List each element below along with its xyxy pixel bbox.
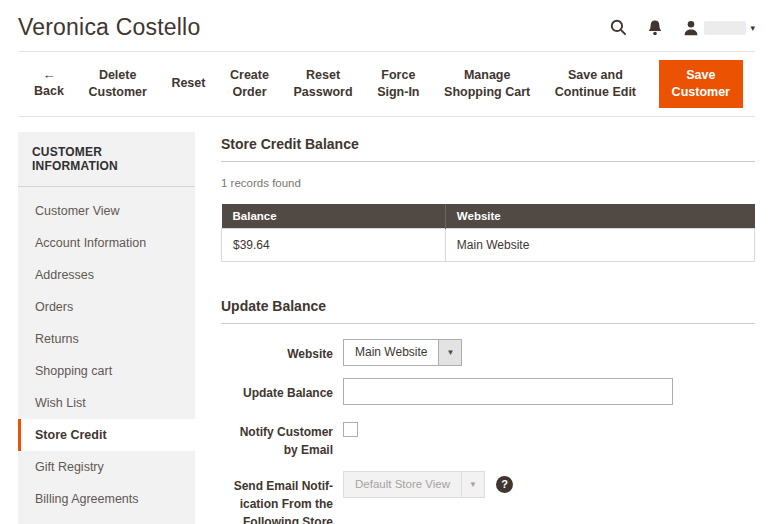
header-actions: ▾ bbox=[609, 18, 755, 37]
table-row: $39.64 Main Website bbox=[222, 228, 755, 261]
sidebar-item-customer-view[interactable]: Customer View bbox=[18, 195, 195, 227]
website-label: Website bbox=[221, 339, 333, 363]
sidebar-item-shopping-cart[interactable]: Shopping cart bbox=[18, 355, 195, 387]
website-cell: Main Website bbox=[445, 228, 754, 261]
update-balance-field-row: Update Balance bbox=[221, 378, 755, 405]
back-button[interactable]: ←Back bbox=[32, 64, 66, 103]
store-view-select-value: Default Store View bbox=[344, 472, 461, 497]
back-arrow-icon: ← bbox=[34, 68, 64, 82]
search-icon[interactable] bbox=[609, 18, 628, 37]
delete-customer-button[interactable]: Delete Customer bbox=[86, 63, 148, 105]
main: Store Credit Balance 1 records found Bal… bbox=[221, 132, 755, 524]
sidebar-item-gift-registry[interactable]: Gift Registry bbox=[18, 451, 195, 483]
sidebar-item-newsletter[interactable]: Newsletter bbox=[18, 515, 195, 524]
sidebar-item-store-credit[interactable]: Store Credit bbox=[18, 419, 195, 451]
sidebar-item-account-information[interactable]: Account Information bbox=[18, 227, 195, 259]
balance-table: Balance Website $39.64 Main Website bbox=[221, 204, 755, 262]
notify-field-row: Notify Customer by Email bbox=[221, 417, 755, 459]
website-select-value: Main Website bbox=[344, 340, 438, 365]
manage-shopping-cart-button[interactable]: Manage Shopping Cart bbox=[442, 63, 532, 105]
save-and-continue-edit-button[interactable]: Save and Continue Edit bbox=[553, 63, 638, 105]
update-balance-title: Update Balance bbox=[221, 298, 755, 314]
help-icon[interactable]: ? bbox=[496, 476, 513, 493]
sidebar-item-wish-list[interactable]: Wish List bbox=[18, 387, 195, 419]
update-balance-label: Update Balance bbox=[221, 378, 333, 402]
divider bbox=[221, 161, 755, 162]
divider bbox=[221, 323, 755, 324]
account-menu[interactable]: ▾ bbox=[682, 19, 755, 37]
save-customer-button[interactable]: Save Customer bbox=[659, 60, 743, 108]
notifications-bell-icon[interactable] bbox=[646, 19, 664, 37]
page-header: Veronica Costello ▾ bbox=[18, 0, 755, 51]
reset-password-button[interactable]: Reset Password bbox=[292, 63, 355, 105]
sidebar-item-orders[interactable]: Orders bbox=[18, 291, 195, 323]
store-view-select: Default Store View ▼ bbox=[343, 471, 485, 498]
records-found: 1 records found bbox=[221, 177, 755, 189]
force-sign-in-button[interactable]: Force Sign-In bbox=[375, 63, 421, 105]
chevron-down-icon: ▾ bbox=[750, 23, 755, 33]
sidebar-heading: CUSTOMER INFORMATION bbox=[18, 132, 195, 187]
balance-cell: $39.64 bbox=[222, 228, 446, 261]
user-icon bbox=[682, 19, 700, 37]
update-balance-section: Update Balance Website Main Website ▼ Up… bbox=[221, 298, 755, 524]
update-balance-input[interactable] bbox=[343, 378, 673, 405]
toolbar: ←Back Delete Customer Reset Create Order… bbox=[18, 51, 755, 117]
send-email-field-row: Send Email Notif- ication From the Follo… bbox=[221, 471, 755, 524]
chevron-down-icon: ▼ bbox=[438, 340, 461, 365]
username-redacted bbox=[704, 21, 746, 35]
sidebar-item-billing-agreements[interactable]: Billing Agreements bbox=[18, 483, 195, 515]
column-header-website: Website bbox=[445, 204, 754, 229]
create-order-button[interactable]: Create Order bbox=[228, 63, 271, 105]
store-credit-balance-title: Store Credit Balance bbox=[221, 136, 755, 152]
page: Veronica Costello ▾ bbox=[0, 0, 768, 524]
sidebar-list: Customer View Account Information Addres… bbox=[18, 187, 195, 524]
website-select[interactable]: Main Website ▼ bbox=[343, 339, 462, 366]
reset-button[interactable]: Reset bbox=[169, 71, 207, 96]
website-field-row: Website Main Website ▼ bbox=[221, 339, 755, 366]
sidebar: CUSTOMER INFORMATION Customer View Accou… bbox=[18, 132, 195, 524]
sidebar-item-returns[interactable]: Returns bbox=[18, 323, 195, 355]
notify-customer-label: Notify Customer by Email bbox=[221, 417, 333, 459]
chevron-down-icon: ▼ bbox=[461, 472, 484, 497]
page-title: Veronica Costello bbox=[18, 14, 200, 41]
sidebar-item-addresses[interactable]: Addresses bbox=[18, 259, 195, 291]
content: CUSTOMER INFORMATION Customer View Accou… bbox=[18, 132, 755, 524]
send-email-notification-label: Send Email Notif- ication From the Follo… bbox=[221, 471, 333, 524]
notify-customer-checkbox[interactable] bbox=[343, 422, 358, 437]
column-header-balance: Balance bbox=[222, 204, 446, 229]
